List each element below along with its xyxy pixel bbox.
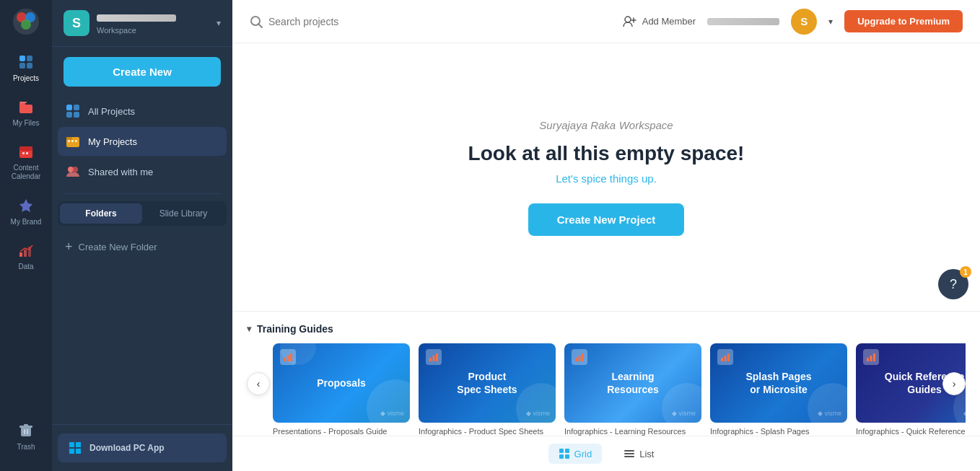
sidebar-item-my-brand[interactable]: My Brand bbox=[4, 190, 48, 232]
svg-rect-17 bbox=[24, 250, 27, 257]
main-body: Suryajaya Raka Workspace Look at all thi… bbox=[232, 43, 980, 471]
card-chart-icon bbox=[280, 349, 296, 365]
help-badge[interactable]: ? 1 bbox=[938, 269, 968, 299]
training-chevron[interactable]: ▾ bbox=[247, 324, 251, 334]
download-app-button[interactable]: Download PC App bbox=[58, 433, 227, 462]
card-chart-icon-4 bbox=[717, 349, 733, 365]
sidebar-item-my-files[interactable]: My Files bbox=[4, 91, 48, 133]
list-view-button[interactable]: List bbox=[613, 444, 664, 464]
training-card-learning[interactable]: Learning Resources ◆ visme Infographics … bbox=[564, 343, 701, 436]
card-logo-small-2: ◆ visme bbox=[526, 410, 550, 417]
empty-state: Suryajaya Raka Workspace Look at all thi… bbox=[232, 43, 980, 311]
grid-label: Grid bbox=[574, 449, 592, 459]
card-chart-icon-5 bbox=[863, 349, 879, 365]
sidebar: S Workspace ▾ Create New All Projects bbox=[52, 0, 232, 471]
trash-icon bbox=[16, 421, 36, 441]
card-splash-label: Splash Pages or Microsite bbox=[740, 364, 817, 402]
carousel-prev-button[interactable]: ‹ bbox=[247, 372, 270, 395]
svg-rect-4 bbox=[19, 56, 25, 61]
workspace-user-name: Suryajaya Raka bbox=[539, 119, 616, 131]
workspace-chevron[interactable]: ▾ bbox=[216, 18, 221, 28]
nav-my-projects[interactable]: My Projects bbox=[58, 127, 227, 156]
card-logo-small-4: ◆ visme bbox=[818, 410, 841, 417]
svg-rect-44 bbox=[284, 358, 286, 361]
card-logo-small-3: ◆ visme bbox=[672, 410, 696, 417]
sidebar-item-data[interactable]: Data bbox=[4, 234, 48, 276]
sidebar-item-trash[interactable]: Trash bbox=[4, 415, 48, 457]
sidebar-item-content-calendar[interactable]: Content Calendar bbox=[4, 136, 48, 187]
card-learning-title: Infographics - Learning Resources bbox=[564, 427, 701, 436]
svg-rect-31 bbox=[71, 140, 74, 142]
training-card-product-spec[interactable]: Product Spec Sheets ◆ visme Infographics… bbox=[419, 343, 556, 436]
add-member-icon bbox=[622, 14, 636, 29]
svg-rect-16 bbox=[19, 252, 22, 257]
add-member-label: Add Member bbox=[642, 16, 696, 27]
empty-title: Look at all this empty space! bbox=[468, 142, 745, 165]
trash-label: Trash bbox=[17, 443, 35, 451]
download-app-label: Download PC App bbox=[89, 443, 165, 453]
card-product-spec-title: Infographics - Product Spec Sheets bbox=[419, 427, 556, 436]
training-card-proposals[interactable]: Proposals ◆ visme Presentations - Propos… bbox=[273, 343, 410, 436]
training-cards-container: ‹ Proposals ◆ visme Prese bbox=[247, 343, 966, 436]
svg-rect-13 bbox=[22, 152, 25, 154]
folders-slide-tabs: Folders Slide Library bbox=[58, 201, 227, 226]
create-folder-label: Create New Folder bbox=[79, 242, 157, 252]
grid-view-button[interactable]: Grid bbox=[548, 444, 603, 464]
create-new-folder-button[interactable]: + Create New Folder bbox=[52, 233, 232, 261]
empty-subtitle[interactable]: Let's spice things up. bbox=[556, 172, 657, 185]
sidebar-item-projects[interactable]: Projects bbox=[4, 46, 48, 88]
card-learning-label: Learning Resources bbox=[601, 364, 665, 402]
main-content: Add Member S ▾ Upgrade to Premium Suryaj… bbox=[232, 0, 980, 471]
card-logo-small: ◆ visme bbox=[380, 410, 404, 417]
user-avatar[interactable]: S bbox=[791, 9, 817, 35]
search-wrap bbox=[250, 15, 611, 28]
svg-rect-30 bbox=[68, 140, 70, 142]
app-logo[interactable] bbox=[12, 7, 40, 36]
folders-tab[interactable]: Folders bbox=[60, 203, 142, 224]
svg-rect-37 bbox=[69, 449, 74, 454]
avatar-chevron[interactable]: ▾ bbox=[828, 17, 833, 27]
carousel-next-button[interactable]: › bbox=[942, 372, 966, 395]
nav-all-projects[interactable]: All Projects bbox=[58, 97, 227, 126]
svg-rect-21 bbox=[24, 424, 28, 426]
search-input[interactable] bbox=[268, 16, 611, 27]
svg-rect-24 bbox=[66, 105, 72, 110]
training-card-splash[interactable]: Splash Pages or Microsite ◆ visme Infogr… bbox=[710, 343, 847, 436]
windows-icon bbox=[68, 441, 82, 455]
my-projects-nav-icon bbox=[65, 133, 81, 149]
create-new-button[interactable]: Create New bbox=[64, 57, 221, 87]
card-proposals-label: Proposals bbox=[311, 371, 372, 395]
grid-icon bbox=[559, 448, 570, 459]
bottom-bar: Grid List bbox=[232, 436, 980, 471]
training-section: ▾ Training Guides ‹ Proposals bbox=[232, 311, 980, 436]
slide-library-tab[interactable]: Slide Library bbox=[142, 203, 224, 224]
svg-rect-55 bbox=[727, 353, 730, 361]
svg-rect-23 bbox=[27, 429, 28, 434]
workspace-label: Suryajaya Raka Workspace bbox=[539, 119, 673, 132]
sidebar-divider-1 bbox=[64, 193, 221, 194]
shared-nav-icon bbox=[65, 164, 81, 180]
upgrade-premium-button[interactable]: Upgrade to Premium bbox=[844, 10, 963, 32]
calendar-icon bbox=[16, 141, 36, 162]
plus-icon: + bbox=[65, 239, 73, 255]
add-member-button[interactable]: Add Member bbox=[622, 14, 696, 29]
svg-rect-19 bbox=[21, 427, 31, 436]
svg-rect-50 bbox=[575, 358, 577, 361]
svg-rect-26 bbox=[66, 112, 72, 118]
svg-rect-8 bbox=[19, 102, 27, 103]
nav-shared-with-me[interactable]: Shared with me bbox=[58, 157, 227, 186]
card-chart-icon-2 bbox=[426, 349, 442, 365]
svg-line-40 bbox=[258, 24, 262, 27]
help-icon: ? bbox=[950, 277, 957, 292]
card-logo-small-5: ◆ visme bbox=[963, 410, 966, 417]
search-icon bbox=[250, 15, 263, 28]
svg-rect-29 bbox=[66, 137, 72, 140]
help-notification-badge: 1 bbox=[960, 266, 971, 278]
svg-rect-12 bbox=[19, 146, 32, 151]
create-new-project-button[interactable]: Create New Project bbox=[528, 203, 685, 236]
data-icon bbox=[16, 240, 36, 260]
sidebar-item-data-label: Data bbox=[18, 263, 33, 270]
training-title: Training Guides bbox=[257, 323, 333, 335]
training-cards-row: Proposals ◆ visme Presentations - Propos… bbox=[247, 343, 966, 436]
svg-rect-64 bbox=[624, 453, 634, 454]
